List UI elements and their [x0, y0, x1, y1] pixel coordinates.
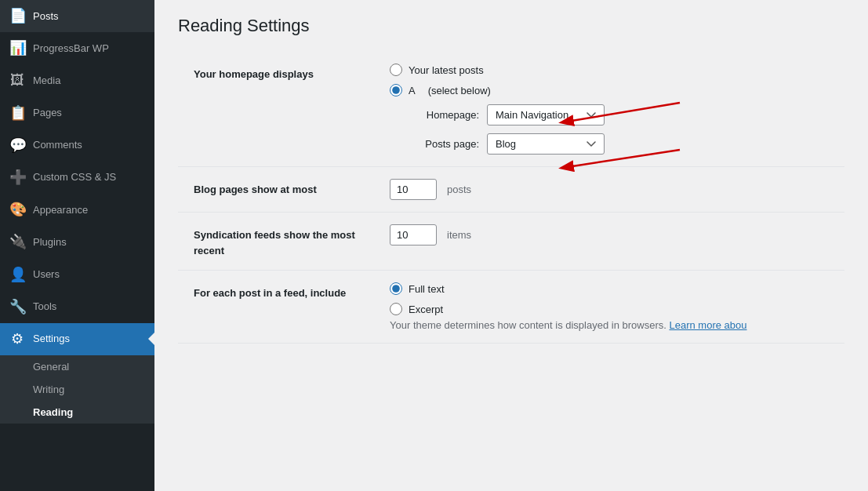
posts-page-sub-row: Posts page: Blog Main Navigation Home Ab…: [409, 133, 829, 155]
comments-icon: 💬: [9, 136, 25, 155]
sidebar-item-label: Plugins: [33, 235, 67, 249]
learn-more-link[interactable]: Learn more abou: [670, 319, 747, 331]
sidebar-item-label: Appearance: [33, 203, 88, 217]
sidebar-item-plugins[interactable]: 🔌 Plugins: [0, 226, 154, 258]
active-arrow: [148, 333, 154, 345]
submenu-general[interactable]: General: [0, 355, 154, 378]
sidebar-item-progressbar[interactable]: 📊 ProgressBar WP: [0, 32, 154, 64]
sidebar-item-label: ProgressBar WP: [33, 42, 109, 56]
blog-pages-label: Blog pages show at most: [194, 179, 374, 198]
submenu-writing[interactable]: Writing: [0, 378, 154, 401]
blog-pages-control: posts: [390, 179, 829, 200]
homepage-select[interactable]: Main Navigation Blog Home About: [487, 104, 605, 125]
homepage-displays-control: Your latest posts A (select below) Homep…: [390, 64, 829, 155]
sidebar-item-label: Comments: [33, 138, 82, 152]
posts-page-sublabel: Posts page:: [409, 138, 479, 150]
sidebar-item-label: Custom CSS & JS: [33, 170, 116, 184]
plugins-icon: 🔌: [9, 232, 25, 252]
sidebar-item-comments[interactable]: 💬 Comments: [0, 129, 154, 162]
tools-icon: 🔧: [9, 297, 25, 317]
main-content: Reading Settings Your homepage displays …: [154, 0, 868, 491]
excerpt-option[interactable]: Excerpt: [390, 303, 829, 315]
posts-icon: 📄: [9, 6, 25, 26]
homepage-radio-group: Your latest posts A (select below): [390, 64, 829, 96]
homepage-displays-row: Your homepage displays Your latest posts…: [178, 52, 844, 167]
sidebar-item-label: Users: [33, 267, 60, 282]
full-text-radio[interactable]: [390, 282, 402, 295]
posts-page-select[interactable]: Blog Main Navigation Home About: [487, 133, 605, 155]
excerpt-label: Excerpt: [409, 304, 443, 315]
static-page-text-after: (select below): [428, 85, 491, 96]
syndication-label: Syndication feeds show the most recent: [194, 224, 374, 258]
theme-description: Your theme determines how content is dis…: [390, 319, 829, 331]
full-text-label: Full text: [409, 283, 445, 295]
feed-include-label: For each post in a feed, include: [194, 282, 374, 301]
custom-css-icon: ➕: [9, 168, 25, 187]
sidebar-item-pages[interactable]: 📋 Pages: [0, 97, 154, 129]
sidebar-item-label: Pages: [33, 106, 62, 120]
sub-fields: Homepage: Main Navigation Blog Home Abou…: [409, 104, 829, 155]
feed-include-control: Full text Excerpt Your theme determines …: [390, 282, 829, 331]
page-title: Reading Settings: [178, 16, 844, 36]
sidebar-item-label: Tools: [33, 300, 56, 314]
sidebar: 📄 Posts 📊 ProgressBar WP 🖼 Media 📋 Pages…: [0, 0, 154, 491]
syndication-suffix: items: [447, 229, 471, 241]
static-page-option[interactable]: A (select below): [390, 84, 829, 96]
sidebar-item-label: Settings: [33, 332, 70, 346]
submenu-reading[interactable]: Reading: [0, 401, 154, 424]
blog-pages-suffix: posts: [447, 184, 471, 195]
excerpt-radio[interactable]: [390, 303, 402, 315]
description-text: Your theme determines how content is dis…: [390, 319, 666, 331]
sidebar-item-settings[interactable]: ⚙ Settings: [0, 323, 154, 355]
users-icon: 👤: [9, 265, 25, 285]
latest-posts-radio[interactable]: [390, 64, 402, 76]
homepage-displays-label: Your homepage displays: [194, 64, 374, 82]
blog-pages-row: Blog pages show at most posts: [178, 167, 844, 213]
settings-submenu: General Writing Reading: [0, 355, 154, 424]
sidebar-item-appearance[interactable]: 🎨 Appearance: [0, 194, 154, 226]
static-page-text-before: A: [409, 85, 416, 96]
settings-icon: ⚙: [9, 329, 25, 349]
feed-include-row: For each post in a feed, include Full te…: [178, 271, 844, 344]
sidebar-item-label: Posts: [33, 9, 59, 24]
sidebar-item-users[interactable]: 👤 Users: [0, 259, 154, 291]
progressbar-icon: 📊: [9, 38, 25, 58]
feed-radio-group: Full text Excerpt: [390, 282, 829, 315]
syndication-input[interactable]: [390, 224, 437, 246]
sidebar-item-posts[interactable]: 📄 Posts: [0, 0, 154, 32]
homepage-sub-row: Homepage: Main Navigation Blog Home Abou…: [409, 104, 829, 125]
pages-icon: 📋: [9, 104, 25, 123]
sidebar-item-label: Media: [33, 74, 60, 88]
media-icon: 🖼: [9, 71, 25, 90]
sidebar-item-media[interactable]: 🖼 Media: [0, 64, 154, 96]
homepage-sublabel: Homepage:: [409, 109, 479, 121]
latest-posts-option[interactable]: Your latest posts: [390, 64, 829, 76]
blog-pages-input[interactable]: [390, 179, 437, 200]
syndication-control: items: [390, 224, 829, 246]
latest-posts-label: Your latest posts: [409, 64, 484, 76]
sidebar-item-custom-css[interactable]: ➕ Custom CSS & JS: [0, 162, 154, 194]
syndication-row: Syndication feeds show the most recent i…: [178, 213, 844, 271]
appearance-icon: 🎨: [9, 200, 25, 220]
full-text-option[interactable]: Full text: [390, 282, 829, 295]
static-page-radio[interactable]: [390, 84, 402, 96]
sidebar-item-tools[interactable]: 🔧 Tools: [0, 291, 154, 323]
